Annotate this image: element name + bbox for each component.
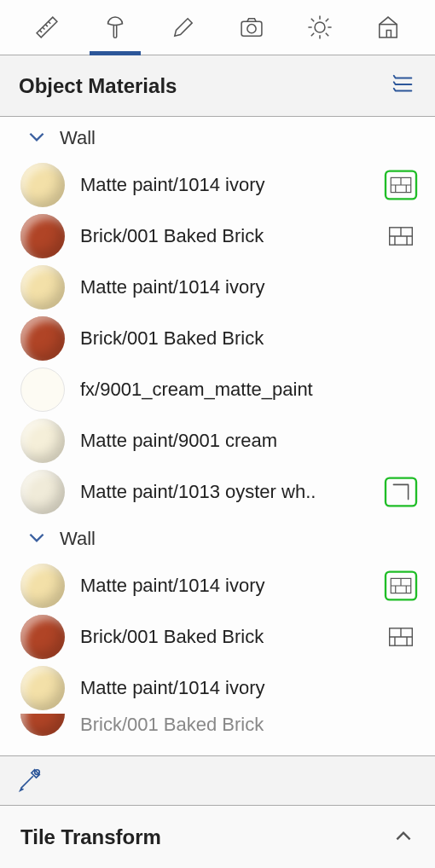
tool-scene-icon[interactable] <box>362 2 414 53</box>
material-label: fx/9001_cream_matte_paint <box>80 379 425 401</box>
material-label: Matte paint/1014 ivory <box>80 575 362 597</box>
material-row[interactable]: Brick/001 Baked Brick <box>0 611 435 663</box>
svg-point-2 <box>315 22 325 32</box>
material-swatch <box>20 564 65 608</box>
material-row[interactable]: Matte paint/1014 ivory <box>0 560 435 611</box>
material-label: Brick/001 Baked Brick <box>80 327 425 350</box>
tile-transform-title: Tile Transform <box>20 825 161 849</box>
material-row[interactable]: Brick/001 Baked Brick <box>0 211 435 262</box>
material-label: Matte paint/1014 ivory <box>80 174 362 196</box>
material-swatch <box>20 615 65 659</box>
material-swatch <box>20 367 65 412</box>
material-label: Brick/001 Baked Brick <box>80 225 362 247</box>
group-header[interactable]: Wall <box>0 518 435 560</box>
material-label: Matte paint/9001 cream <box>80 430 425 452</box>
material-swatch <box>20 419 65 463</box>
tile-transform-header[interactable]: Tile Transform <box>0 805 435 868</box>
group-name: Wall <box>60 127 96 149</box>
material-row[interactable]: Matte paint/1013 oyster wh.. <box>0 466 435 518</box>
top-toolbar <box>0 0 435 55</box>
group-header[interactable]: Wall <box>0 117 435 159</box>
material-label: Brick/001 Baked Brick <box>80 714 425 736</box>
tool-camera-icon[interactable] <box>226 2 277 53</box>
svg-rect-7 <box>386 478 416 506</box>
footer-picker <box>0 755 435 805</box>
svg-point-1 <box>247 25 256 33</box>
svg-rect-3 <box>380 25 397 38</box>
panel-title: Object Materials <box>19 74 177 98</box>
brick-badge-icon[interactable] <box>377 212 425 260</box>
brick-badge-icon[interactable] <box>377 161 425 209</box>
material-row-partial[interactable]: Brick/001 Baked Brick <box>0 714 435 739</box>
eyedropper-icon[interactable] <box>17 767 43 796</box>
panel-settings-icon[interactable] <box>391 72 416 101</box>
material-row[interactable]: Brick/001 Baked Brick <box>0 313 435 364</box>
material-label: Matte paint/1014 ivory <box>80 677 425 699</box>
svg-rect-0 <box>241 21 262 36</box>
material-row[interactable]: fx/9001_cream_matte_paint <box>0 364 435 415</box>
material-swatch <box>20 214 65 258</box>
tool-sun-icon[interactable] <box>294 2 345 53</box>
material-row[interactable]: Matte paint/9001 cream <box>0 415 435 466</box>
material-row[interactable]: Matte paint/1014 ivory <box>0 159 435 211</box>
materials-list: Wall Matte paint/1014 ivory Brick/001 Ba… <box>0 117 435 755</box>
chevron-down-icon <box>26 526 48 552</box>
material-row[interactable]: Matte paint/1014 ivory <box>0 663 435 714</box>
material-swatch <box>20 666 65 710</box>
corner-badge-icon[interactable] <box>377 468 425 516</box>
material-swatch <box>20 316 65 361</box>
material-label: Brick/001 Baked Brick <box>80 626 362 648</box>
group-name: Wall <box>60 528 96 550</box>
brick-badge-icon[interactable] <box>377 562 425 610</box>
tool-paint-icon[interactable] <box>90 4 141 55</box>
brick-badge-icon[interactable] <box>377 613 425 661</box>
material-row[interactable]: Matte paint/1014 ivory <box>0 262 435 313</box>
tool-edit-icon[interactable] <box>158 2 209 53</box>
material-swatch <box>20 265 65 310</box>
material-label: Matte paint/1013 oyster wh.. <box>80 481 362 503</box>
tool-measure-icon[interactable] <box>21 2 72 53</box>
chevron-down-icon <box>26 125 48 151</box>
material-swatch <box>20 470 65 514</box>
material-swatch <box>20 163 65 207</box>
chevron-up-icon <box>392 825 415 850</box>
material-label: Matte paint/1014 ivory <box>80 276 425 298</box>
material-swatch <box>20 714 65 736</box>
panel-header: Object Materials <box>0 55 435 117</box>
